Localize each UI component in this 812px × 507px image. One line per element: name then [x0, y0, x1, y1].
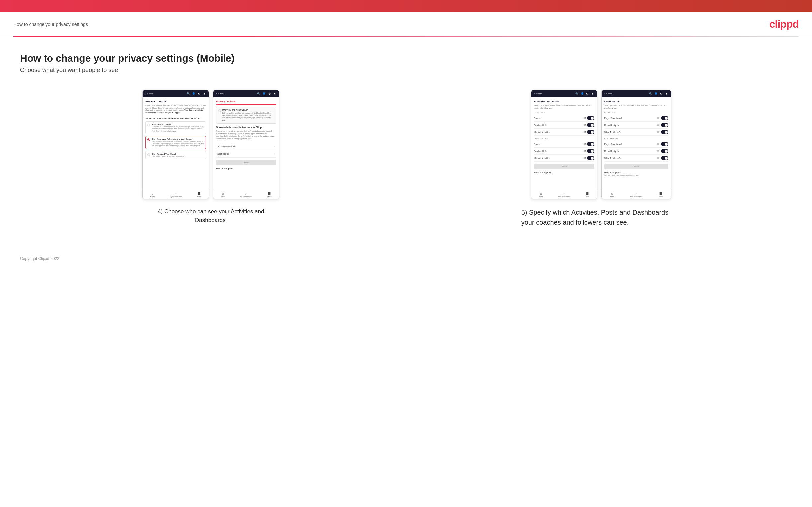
screen2-save-btn[interactable]: Save	[216, 160, 276, 165]
screen3-bottom-nav: ⌂ Home ⌐ My Performance ☰ Menu	[531, 190, 597, 199]
footer: Copyright Clippd 2022	[0, 243, 812, 274]
toggle-followers-round-insights[interactable]	[661, 149, 668, 153]
arrow-right-1: ›	[274, 145, 275, 148]
more-icon-4[interactable]: ▼	[665, 92, 668, 95]
search-icon-2[interactable]: 🔍	[257, 92, 260, 95]
radio-approved[interactable]	[147, 138, 150, 141]
toggle-followers-manual[interactable]	[587, 156, 595, 160]
screen3-save-btn[interactable]: Save	[534, 164, 595, 169]
screen3-back-btn[interactable]: ‹ < Back	[534, 93, 542, 95]
bottom-nav-perf-2[interactable]: ⌐ My Performance	[240, 192, 252, 198]
page-header: How to change your privacy settings clip…	[0, 12, 812, 37]
toggle-coaches-what-to-work[interactable]	[661, 130, 668, 134]
screen2-tab: Privacy Controls	[216, 100, 276, 105]
user-icon-3[interactable]: 👤	[580, 92, 584, 95]
search-icon[interactable]: 🔍	[187, 92, 190, 95]
screen-4-dashboards: ‹ < Back 🔍 👤 ⚙ ▼ Dashboards Select the d…	[601, 90, 671, 200]
bottom-nav-perf-1[interactable]: ⌐ My Performance	[170, 192, 182, 198]
screen-2-privacy-features: ‹ < Back 🔍 👤 ⚙ ▼ Privacy Controls	[213, 90, 279, 200]
more-icon[interactable]: ▼	[203, 92, 206, 95]
screen3-followers-label: FOLLOWERS	[534, 138, 595, 140]
toggle-coaches-manual[interactable]	[587, 130, 595, 134]
screen4-coaches-round-insights: Round Insights ON	[604, 122, 668, 129]
more-icon-3[interactable]: ▼	[591, 92, 595, 95]
screen-1-privacy-controls: ‹ < Back 🔍 👤 ⚙ ▼ Privacy Controls	[143, 90, 209, 200]
screen2-show-hide-desc: Regardless of the privacy controls that …	[216, 130, 276, 140]
settings-icon-2[interactable]: ⚙	[268, 92, 271, 95]
bottom-nav-menu-2[interactable]: ☰ Menu	[267, 192, 272, 198]
screens-pair-right: ‹ < Back 🔍 👤 ⚙ ▼ Activities and Posts Se…	[531, 90, 671, 200]
menu-icon-3: ☰	[586, 192, 589, 195]
toggle-followers-player-dash[interactable]	[661, 142, 668, 146]
screen1-option-everyone[interactable]: Everyone on Clippd Everyone on Clippd ca…	[146, 121, 206, 134]
screen2-activities-item[interactable]: Activities and Posts ›	[216, 143, 276, 150]
chevron-left-icon-3: ‹	[534, 93, 535, 95]
screen3-followers-rounds: Rounds ON	[534, 141, 595, 148]
screen-3-activities: ‹ < Back 🔍 👤 ⚙ ▼ Activities and Posts Se…	[531, 90, 598, 200]
screen4-navbar: ‹ < Back 🔍 👤 ⚙ ▼	[602, 90, 671, 97]
toggle-followers-what-to-work[interactable]	[661, 156, 668, 160]
chart-icon-2: ⌐	[245, 192, 247, 195]
radio-you-coach[interactable]	[147, 153, 150, 156]
bottom-nav-home-3[interactable]: ⌂ Home	[539, 192, 543, 198]
screen3-followers-manual: Manual Activities ON	[534, 155, 595, 162]
screen2-help: Help & Support	[216, 167, 276, 170]
screen2-bottom-nav: ⌂ Home ⌐ My Performance ☰ Menu	[213, 190, 279, 199]
screen2-dashboards-item[interactable]: Dashboards ›	[216, 150, 276, 158]
screen1-option-approved[interactable]: Only Approved Followers and Your Coach O…	[146, 136, 206, 149]
more-icon-2[interactable]: ▼	[273, 92, 276, 95]
user-icon-2[interactable]: 👤	[262, 92, 266, 95]
bottom-nav-menu-3[interactable]: ☰ Menu	[586, 192, 590, 198]
screen3-navbar: ‹ < Back 🔍 👤 ⚙ ▼	[531, 90, 597, 97]
bottom-nav-home-1[interactable]: ⌂ Home	[150, 192, 155, 198]
screen1-option-you-coach[interactable]: Only You and Your Coach Only you and the…	[146, 151, 206, 160]
settings-icon-3[interactable]: ⚙	[586, 92, 589, 95]
settings-icon-4[interactable]: ⚙	[660, 92, 663, 95]
breadcrumb: How to change your privacy settings	[13, 21, 88, 27]
screen2-navbar: ‹ < Back 🔍 👤 ⚙ ▼	[213, 90, 279, 97]
user-icon-4[interactable]: 👤	[654, 92, 658, 95]
bottom-nav-menu-4[interactable]: ☰ Menu	[659, 192, 663, 198]
toggle-followers-rounds[interactable]	[587, 142, 595, 146]
screen3-coaches-practice: Practice Drills ON	[534, 122, 595, 129]
screens-grid: ‹ < Back 🔍 👤 ⚙ ▼ Privacy Controls	[20, 90, 792, 227]
bottom-nav-home-2[interactable]: ⌂ Home	[221, 192, 225, 198]
screen3-body: Activities and Posts Select the types of…	[531, 97, 597, 190]
toggle-coaches-practice[interactable]	[587, 123, 595, 127]
bottom-nav-home-4[interactable]: ⌂ Home	[610, 192, 614, 198]
screen2-back-btn[interactable]: ‹ < Back	[216, 93, 224, 95]
toggle-coaches-round-insights[interactable]	[661, 123, 668, 127]
toggle-coaches-player-dash[interactable]	[661, 116, 668, 120]
bottom-nav-perf-3[interactable]: ⌐ My Performance	[558, 192, 570, 198]
bottom-nav-menu-1[interactable]: ☰ Menu	[197, 192, 201, 198]
page-title: How to change your privacy settings (Mob…	[20, 53, 792, 64]
chart-icon-1: ⌐	[175, 192, 177, 195]
screen4-desc: Select the dashboards that you'd like to…	[604, 104, 668, 109]
toggle-followers-practice[interactable]	[587, 149, 595, 153]
top-accent-bar	[0, 0, 812, 12]
screen2-nav-icons: 🔍 👤 ⚙ ▼	[257, 92, 276, 95]
user-icon[interactable]: 👤	[192, 92, 195, 95]
screen1-back-btn[interactable]: ‹ < Back	[146, 93, 153, 95]
screen4-back-btn[interactable]: ‹ < Back	[604, 93, 612, 95]
screen4-bottom-nav: ⌂ Home ⌐ My Performance ☰ Menu	[602, 190, 671, 199]
toggle-coaches-rounds[interactable]	[587, 116, 595, 120]
settings-icon[interactable]: ⚙	[197, 92, 201, 95]
screen4-save-btn[interactable]: Save	[604, 164, 668, 169]
caption-left: 4) Choose who can see your Activities an…	[154, 207, 267, 224]
screen3-nav-icons: 🔍 👤 ⚙ ▼	[575, 92, 595, 95]
home-icon-4: ⌂	[611, 192, 613, 195]
screen3-desc: Select the types of activity that you'd …	[534, 104, 595, 109]
menu-icon-4: ☰	[659, 192, 662, 195]
screen4-coaches-what-to-work: What To Work On ON	[604, 129, 668, 136]
screen4-help: Help & Support Visit our Clippd communit…	[604, 171, 668, 176]
home-icon-3: ⌂	[540, 192, 542, 195]
bottom-nav-perf-4[interactable]: ⌐ My Performance	[630, 192, 643, 198]
search-icon-3[interactable]: 🔍	[575, 92, 578, 95]
chart-icon-3: ⌐	[564, 192, 565, 195]
screen-group-right: ‹ < Back 🔍 👤 ⚙ ▼ Activities and Posts Se…	[410, 90, 793, 227]
screen1-body: Privacy Controls Control how you and you…	[143, 97, 209, 190]
radio-everyone[interactable]	[147, 124, 150, 126]
search-icon-4[interactable]: 🔍	[649, 92, 652, 95]
screen4-followers-round-insights: Round Insights ON	[604, 148, 668, 155]
